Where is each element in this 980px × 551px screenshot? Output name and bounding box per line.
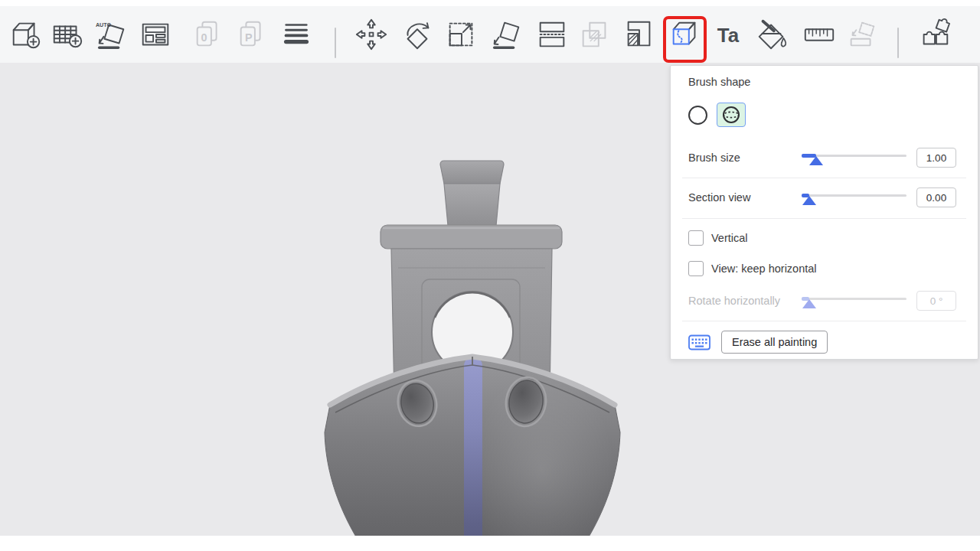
- add-object-icon[interactable]: [8, 15, 44, 54]
- bottom-bar: [0, 536, 980, 551]
- support-painting-icon[interactable]: [621, 15, 658, 54]
- slider-thumb[interactable]: [809, 156, 823, 165]
- divider: [682, 321, 966, 321]
- rotate-horizontally-slider: [802, 294, 906, 308]
- erase-all-painting-button[interactable]: Erase all painting: [721, 331, 828, 354]
- divider: [682, 178, 966, 178]
- slicer-window: AUTO 0 P: [0, 0, 980, 551]
- slider-track: [802, 298, 906, 300]
- circle-brush-option[interactable]: [688, 106, 707, 125]
- sphere-brush-option[interactable]: [717, 103, 746, 127]
- main-toolbar: AUTO 0 P: [0, 6, 980, 64]
- brush-size-value[interactable]: [916, 148, 956, 168]
- cut-icon[interactable]: [534, 15, 570, 54]
- place-on-face-icon[interactable]: [488, 15, 524, 54]
- brush-size-row: Brush size: [688, 147, 956, 168]
- text-tool-icon[interactable]: Ta: [713, 15, 750, 54]
- split-to-objects-icon[interactable]: 0: [191, 15, 227, 54]
- vertical-row: Vertical: [688, 230, 956, 246]
- toolbar-separator: [335, 28, 336, 58]
- seam-painting-panel: Brush shape Brush size Section view: [670, 65, 978, 360]
- svg-text:P: P: [245, 31, 253, 44]
- model-3dbenchy[interactable]: [312, 142, 637, 551]
- auto-orient-icon[interactable]: AUTO: [93, 15, 129, 54]
- section-view-row: Section view: [688, 187, 956, 208]
- arrange-icon[interactable]: [137, 15, 174, 54]
- rotate-horizontally-value: [916, 291, 956, 311]
- svg-text:Ta: Ta: [717, 24, 740, 46]
- seam-painting-icon[interactable]: [667, 15, 704, 54]
- slider-thumb[interactable]: [802, 196, 816, 205]
- slider-thumb: [802, 299, 816, 308]
- scale-icon[interactable]: [443, 15, 479, 54]
- keep-horizontal-row: View: keep horizontal: [688, 260, 956, 277]
- measure-icon[interactable]: [801, 15, 838, 54]
- brush-shape-options: [688, 102, 956, 128]
- color-painting-icon[interactable]: [753, 15, 790, 54]
- rotate-icon[interactable]: [399, 15, 436, 54]
- vertical-label: Vertical: [711, 232, 748, 244]
- brush-shape-label: Brush shape: [688, 76, 750, 88]
- split-to-parts-icon[interactable]: P: [234, 15, 271, 54]
- brush-size-slider[interactable]: [802, 151, 906, 165]
- variable-layer-height-icon[interactable]: [278, 15, 315, 54]
- divider: [682, 218, 966, 219]
- add-plate-icon[interactable]: [49, 15, 86, 54]
- sphere-brush-icon: [721, 105, 741, 125]
- section-view-label: Section view: [688, 191, 802, 204]
- assembly-view-icon[interactable]: [916, 15, 953, 54]
- mesh-boolean-icon[interactable]: [577, 15, 613, 54]
- panel-footer-row: Erase all painting: [688, 331, 956, 354]
- brush-size-label: Brush size: [688, 152, 802, 164]
- svg-text:0: 0: [201, 31, 207, 44]
- move-icon[interactable]: [353, 15, 390, 54]
- place-on-bed-icon[interactable]: [844, 15, 880, 54]
- rotate-horizontally-label: Rotate horizontally: [688, 295, 802, 307]
- toolbar-separator: [897, 28, 899, 58]
- slider-track[interactable]: [802, 194, 906, 197]
- section-view-value[interactable]: [916, 187, 956, 207]
- section-view-slider[interactable]: [802, 191, 906, 204]
- keyboard-shortcuts-icon[interactable]: [688, 334, 710, 350]
- vertical-checkbox[interactable]: [688, 230, 704, 246]
- keep-horizontal-label: View: keep horizontal: [711, 262, 817, 275]
- rotate-horizontally-row: Rotate horizontally: [688, 290, 956, 311]
- keep-horizontal-checkbox[interactable]: [688, 261, 704, 276]
